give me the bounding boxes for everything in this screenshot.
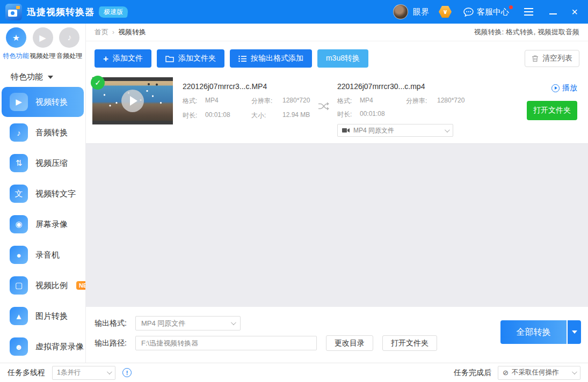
breadcrumb-home[interactable]: 首页 [95,27,108,37]
threads-value: 1条并行 [57,368,81,377]
titlebar-actions: 眼界 ∨ 客服中心 × [393,4,582,19]
chevron-down-icon [445,127,450,133]
screen-record-icon: ◉ [10,215,28,233]
play-overlay-icon[interactable] [121,90,144,112]
star-icon: ★ [6,27,26,48]
row-output-format-select[interactable]: MP4 同原文件 [337,124,453,137]
clear-list-button[interactable]: 清空列表 [525,50,579,67]
output-meta: 格式: MP4 分辨率: 1280*720 时长: 00:01:08 [337,97,473,119]
toolbar: + 添加文件 添加文件夹 按输出格式添加 m3u8转换 [86,41,588,73]
row-format-value: MP4 同原文件 [353,126,394,135]
convert-all-split-button: 全部转换 [500,320,581,344]
convert-all-button[interactable]: 全部转换 [500,320,567,344]
play-circle-icon [551,84,560,92]
format-label: 格式: [183,97,205,106]
breadcrumb-current: 视频转换 [118,27,146,37]
chevron-down-icon [572,369,577,374]
add-by-format-button[interactable]: 按输出格式添加 [230,49,312,68]
change-dir-button[interactable]: 更改目录 [326,335,373,351]
sidebar-item-image-convert[interactable]: ▲ 图片转换 [2,301,84,331]
notification-dot [509,5,513,9]
play-link[interactable]: 播放 [551,83,577,93]
resolution-label: 分辨率: [251,97,282,106]
sidebar-menu: ▶ 视频转换 ♪ 音频转换 ⇅ 视频压缩 文 视频转文字 ◉ 屏幕录像 [0,85,85,363]
sidebar: ★ 特色功能 ▶ 视频处理 ♪ 音频处理 特色功能 ▶ 视频转 [0,24,86,363]
username[interactable]: 眼界 [413,7,429,17]
duration-value: 00:01:08 [360,110,406,119]
sidebar-item-video-ratio[interactable]: ▢ 视频比例 NEW [2,270,84,300]
m3u8-convert-button[interactable]: m3u8转换 [317,49,368,68]
sidebar-section-header[interactable]: 特色功能 [0,65,85,85]
avatar[interactable] [393,4,408,19]
logo-camera-lens [11,11,14,15]
sidebar-item-virtual-bg-record[interactable]: ☻ 虚拟背景录像 [2,332,84,362]
folder-icon [165,55,174,62]
success-check-icon: ✓ [91,76,105,90]
output-format-label: 输出格式: [95,319,135,328]
file-list: ✓ 220126j07mrrcr3...c.MP4 格式: MP4 分辨率: 1… [86,73,588,307]
convert-all-dropdown[interactable] [568,320,581,344]
row-open-folder-button[interactable]: 打开文件夹 [527,101,577,120]
sidebar-item-video-to-text[interactable]: 文 视频转文字 [2,179,84,209]
after-complete-group: 任务完成后 ⊘ 不采取任何操作 [454,366,580,380]
add-folder-button[interactable]: 添加文件夹 [157,49,224,68]
threads-select[interactable]: 1条并行 [52,366,115,380]
resolution-value: 1280*720 [437,97,473,106]
output-path-input[interactable] [135,336,317,350]
edition-badge: 极速版 [98,6,128,18]
chevron-down-icon [48,76,53,79]
no-action-icon: ⊘ [503,369,509,377]
virtual-bg-icon: ☻ [10,337,28,356]
support-center-button[interactable]: 客服中心 [463,7,509,17]
menu-icon[interactable] [522,6,535,18]
plus-icon: + [103,54,108,63]
titlebar: 迅捷视频转换器 极速版 眼界 ∨ 客服中心 × [0,0,588,24]
sidebar-item-label: 视频比例 [35,281,68,291]
source-file-info: 220126j07mrrcr3...c.MP4 格式: MP4 分辨率: 128… [183,77,318,120]
sidebar-item-screen-record[interactable]: ◉ 屏幕录像 [2,209,84,239]
output-format-select[interactable]: MP4 同原文件 [135,316,241,330]
video-to-text-icon: 文 [10,185,28,203]
after-complete-value: 不采取任何操作 [512,368,559,377]
breadcrumb-separator: › [112,28,114,36]
app-logo-icon [5,4,22,20]
minimize-button[interactable] [546,5,560,19]
add-file-button[interactable]: + 添加文件 [95,49,151,68]
file-row[interactable]: ✓ 220126j07mrrcr3...c.MP4 格式: MP4 分辨率: 1… [86,73,588,144]
output-format-value: MP4 同原文件 [141,319,185,328]
tab-featured[interactable]: ★ 特色功能 [3,27,30,61]
breadcrumb: 首页 › 视频转换 视频转换: 格式转换, 视频提取音频 [86,24,588,41]
video-convert-icon: ▶ [10,93,28,111]
after-complete-select[interactable]: ⊘ 不采取任何操作 [498,366,580,380]
tab-featured-label: 特色功能 [3,52,30,61]
format-value: MP4 [360,97,406,106]
output-settings-panel: 输出格式: MP4 同原文件 输出路径: 更改目录 打开文件夹 全部转换 [86,307,588,363]
sidebar-item-video-compress[interactable]: ⇅ 视频压缩 [2,148,84,178]
info-icon[interactable]: ! [122,368,132,377]
duration-value: 00:01:08 [205,111,251,120]
row-actions: 播放 打开文件夹 [527,77,582,120]
sidebar-item-video-convert[interactable]: ▶ 视频转换 [2,87,84,117]
image-convert-icon: ▲ [10,307,28,325]
chevron-down-icon [231,320,236,325]
vip-badge-icon[interactable]: ∨ [439,6,452,18]
audio-convert-icon: ♪ [10,123,28,142]
tab-audio-processing[interactable]: ♪ 音频处理 [56,27,83,61]
trash-icon [532,55,539,62]
sidebar-item-voice-recorder[interactable]: ● 录音机 [2,240,84,270]
music-note-icon: ♪ [59,27,79,48]
chat-icon [463,8,474,17]
open-folder-button[interactable]: 打开文件夹 [382,335,437,351]
page-description: 视频转换: 格式转换, 视频提取音频 [474,27,579,37]
after-complete-label: 任务完成后 [454,368,491,378]
film-icon: ▶ [33,27,53,48]
sidebar-item-audio-convert[interactable]: ♪ 音频转换 [2,117,84,148]
video-compress-icon: ⇅ [10,154,28,172]
sidebar-tabs: ★ 特色功能 ▶ 视频处理 ♪ 音频处理 [0,24,85,65]
sidebar-item-label: 虚拟背景录像 [35,342,84,352]
video-thumbnail[interactable]: ✓ [92,77,173,124]
close-button[interactable]: × [568,6,582,17]
statusbar: 任务多线程 1条并行 ! 任务完成后 ⊘ 不采取任何操作 [0,363,588,382]
duration-label: 时长: [337,110,360,119]
tab-video-processing[interactable]: ▶ 视频处理 [30,27,56,61]
